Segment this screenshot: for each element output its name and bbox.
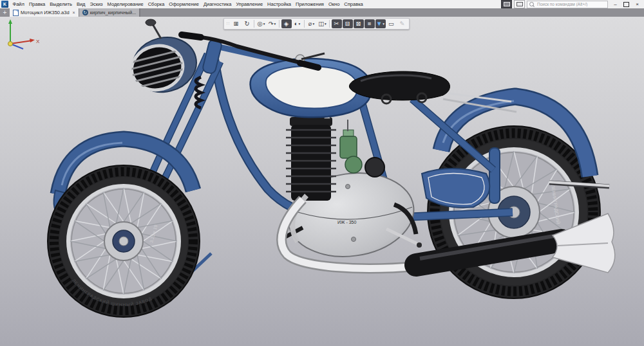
menu-Правка[interactable]: Правка	[26, 0, 47, 8]
menu-bar: ФайлПравкаВыделитьВидЭскизМоделированиеС…	[10, 0, 365, 8]
tab-brick[interactable]: ↻ кирпич_кирпичный...	[79, 8, 140, 17]
tab-label: кирпич_кирпичный...	[90, 10, 137, 15]
rotate-view-icon[interactable]: ↷▾	[267, 19, 278, 28]
toolbar-separator	[304, 20, 305, 28]
tab-label: Мотоцикл ИЖ350.a3d	[21, 10, 70, 15]
x-axis-arrow	[30, 39, 35, 42]
3d-viewport[interactable]: ∷⊞↻◎▾↷▾◈◐▾⌀▾◫▾✂⊟⊠≡▼▾▭✎	[0, 17, 644, 346]
menu-Оформление[interactable]: Оформление	[167, 0, 202, 8]
menu-Файл[interactable]: Файл	[10, 0, 26, 8]
search-icon	[529, 2, 534, 6]
interface-layout-icon[interactable]	[501, 0, 512, 8]
menu-Сборка[interactable]: Сборка	[146, 0, 167, 8]
engine-label: ИЖ - 350	[337, 220, 357, 224]
maximize-glyph	[623, 2, 629, 7]
rear-tire-size-label: 3.25 x 19	[472, 117, 495, 129]
rebuild-doc-icon: ↻	[82, 10, 88, 15]
app-logo-icon[interactable]: K	[1, 1, 8, 8]
titlebar-right: – ×	[501, 0, 644, 8]
zones-icon[interactable]: ⊠	[354, 19, 364, 28]
tab-close-icon[interactable]: ×	[73, 10, 75, 15]
menu-Справка[interactable]: Справка	[342, 0, 365, 8]
section-view-icon[interactable]: ⊟	[343, 19, 353, 28]
drag-handle-icon: ∷	[226, 19, 231, 28]
coordinate-triad: X	[0, 17, 41, 54]
new-document-button[interactable]: +	[0, 8, 10, 17]
front-wheel[interactable]: 3.25 x 19 ЛЕНИНГРАДСКИЙ ШИННЫЙ ЗАВОД	[48, 165, 200, 317]
selection-region-icon[interactable]: ▭	[386, 19, 397, 28]
menu-Окно[interactable]: Окно	[326, 0, 341, 8]
toolbar-separator	[254, 20, 254, 28]
menu-Моделирование[interactable]: Моделирование	[105, 0, 146, 8]
display-mode-icon[interactable]: ◐▾	[292, 19, 303, 28]
title-bar: K ФайлПравкаВыделитьВидЭскизМоделировани…	[0, 0, 644, 8]
screen-glyph	[516, 2, 523, 6]
document-tabbar: + Мотоцикл ИЖ350.a3d × ↻ кирпич_кирпичны…	[0, 8, 644, 17]
menu-Настройка[interactable]: Настройка	[265, 0, 294, 8]
quick-toolbar: ∷⊞↻◎▾↷▾◈◐▾⌀▾◫▾✂⊟⊠≡▼▾▭✎	[223, 18, 410, 30]
clip-section-icon[interactable]: ✂	[332, 19, 342, 28]
menu-Приложения[interactable]: Приложения	[294, 0, 327, 8]
carburetor[interactable]	[340, 120, 362, 173]
secondary-display-icon[interactable]	[514, 0, 525, 8]
cylinder[interactable]	[291, 125, 331, 201]
app-window: K ФайлПравкаВыделитьВидЭскизМоделировани…	[0, 0, 644, 346]
menu-Вид[interactable]: Вид	[74, 0, 88, 8]
tab-motorcycle[interactable]: Мотоцикл ИЖ350.a3d ×	[10, 8, 79, 17]
zoom-icon[interactable]: ◎▾	[256, 19, 267, 28]
y-axis-arrow	[8, 19, 12, 24]
engine[interactable]: ИЖ - 350	[283, 108, 422, 264]
toolbar-separator	[329, 20, 330, 28]
hide-objects-icon[interactable]: ⌀▾	[307, 19, 317, 28]
window-controls: – ×	[610, 0, 643, 8]
rebuild-model-icon[interactable]: ↻	[242, 19, 252, 28]
left-grip	[182, 35, 201, 37]
search-input[interactable]	[536, 1, 605, 7]
x-axis-label: X	[36, 39, 40, 44]
show-all-icon[interactable]: ⊞	[231, 19, 242, 28]
menu-Диагностика[interactable]: Диагностика	[201, 0, 233, 8]
origin-point	[8, 42, 13, 46]
close-button[interactable]: ×	[632, 0, 643, 8]
screen-glyph	[504, 2, 510, 6]
minimize-button[interactable]: –	[610, 0, 621, 8]
filter-objects-icon[interactable]: ▼▾	[375, 19, 386, 28]
maximize-button[interactable]	[621, 0, 632, 8]
toolbar-separator	[279, 20, 279, 28]
right-grip	[300, 63, 318, 68]
orientation-cube-icon[interactable]: ◈	[281, 19, 292, 28]
command-search[interactable]	[527, 1, 608, 8]
edit-sketch-icon[interactable]: ✎	[397, 19, 408, 28]
menu-Выделить[interactable]: Выделить	[48, 0, 75, 8]
assembly-doc-icon	[13, 10, 19, 16]
menu-Управление[interactable]: Управление	[234, 0, 265, 8]
tabbar-filler	[140, 8, 644, 17]
air-filter[interactable]	[365, 158, 384, 177]
side-panel[interactable]	[422, 168, 489, 208]
model-canvas[interactable]: 3.25 x 19 ЛЕНИНГРАДСКИЙ	[0, 17, 644, 346]
hide-components-icon[interactable]: ◫▾	[317, 19, 328, 28]
menu-Эскиз[interactable]: Эскиз	[88, 0, 105, 8]
mirror	[146, 19, 156, 26]
simplifications-icon[interactable]: ≡	[365, 19, 375, 28]
